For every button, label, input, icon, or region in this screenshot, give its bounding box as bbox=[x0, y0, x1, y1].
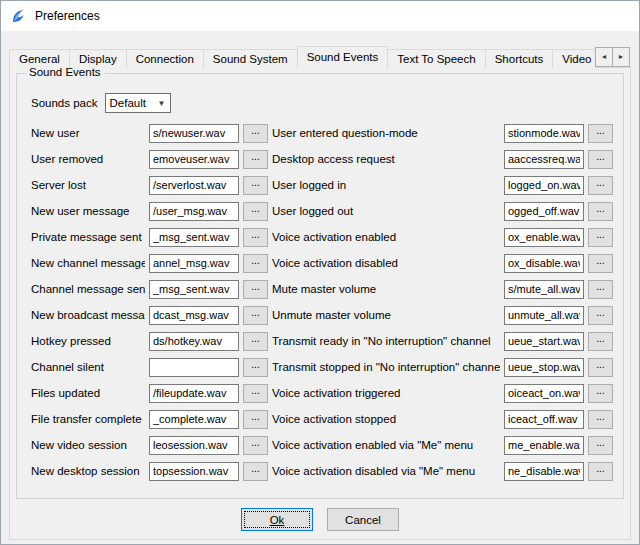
sound-file-input[interactable] bbox=[504, 150, 584, 169]
browse-button[interactable]: ... bbox=[243, 462, 268, 481]
event-label: Voice activation stopped bbox=[272, 413, 500, 425]
event-label: Unmute master volume bbox=[272, 309, 500, 321]
sound-file-input[interactable] bbox=[504, 384, 584, 403]
browse-button[interactable]: ... bbox=[588, 462, 613, 481]
sound-file-input[interactable] bbox=[149, 410, 239, 429]
sound-event-row: Private message sent ... Voice activatio… bbox=[31, 224, 617, 250]
event-label: Voice activation enabled bbox=[272, 231, 500, 243]
sound-file-input[interactable] bbox=[149, 254, 239, 273]
browse-button[interactable]: ... bbox=[243, 150, 268, 169]
sound-file-input[interactable] bbox=[504, 280, 584, 299]
event-label: Server lost bbox=[31, 179, 145, 191]
browse-button[interactable]: ... bbox=[243, 384, 268, 403]
browse-button[interactable]: ... bbox=[588, 436, 613, 455]
tab-scroll-left-button[interactable]: ◄ bbox=[595, 47, 613, 67]
tab-connection[interactable]: Connection bbox=[126, 49, 204, 68]
tab-sound-events[interactable]: Sound Events bbox=[297, 46, 389, 68]
browse-button[interactable]: ... bbox=[588, 228, 613, 247]
tab-shortcuts[interactable]: Shortcuts bbox=[485, 49, 554, 68]
sound-file-input[interactable] bbox=[149, 124, 239, 143]
event-label: User removed bbox=[31, 153, 145, 165]
sound-file-input[interactable] bbox=[504, 124, 584, 143]
browse-button[interactable]: ... bbox=[243, 280, 268, 299]
browse-button[interactable]: ... bbox=[243, 228, 268, 247]
event-label: New channel message bbox=[31, 257, 145, 269]
event-label: Transmit ready in "No interruption" chan… bbox=[272, 335, 500, 347]
browse-button[interactable]: ... bbox=[243, 254, 268, 273]
sound-event-row: File transfer complete ... Voice activat… bbox=[31, 406, 617, 432]
sound-file-input[interactable] bbox=[504, 358, 584, 377]
sound-event-row: New user message ... User logged out ... bbox=[31, 198, 617, 224]
sound-file-input[interactable] bbox=[504, 202, 584, 221]
ok-button[interactable]: Ok bbox=[241, 508, 313, 531]
browse-button[interactable]: ... bbox=[243, 202, 268, 221]
tab-display[interactable]: Display bbox=[69, 49, 127, 68]
cancel-button[interactable]: Cancel bbox=[327, 508, 399, 531]
browse-button[interactable]: ... bbox=[588, 410, 613, 429]
sound-file-input[interactable] bbox=[149, 306, 239, 325]
sound-file-input[interactable] bbox=[504, 254, 584, 273]
browse-button[interactable]: ... bbox=[243, 410, 268, 429]
browse-button[interactable]: ... bbox=[588, 332, 613, 351]
sound-event-row: New broadcast message ... Unmute master … bbox=[31, 302, 617, 328]
tab-sound-system[interactable]: Sound System bbox=[203, 49, 298, 68]
tab-general[interactable]: General bbox=[9, 49, 70, 68]
event-label: Files updated bbox=[31, 387, 145, 399]
browse-button[interactable]: ... bbox=[243, 124, 268, 143]
sound-event-row: Channel message sent ... Mute master vol… bbox=[31, 276, 617, 302]
browse-button[interactable]: ... bbox=[243, 306, 268, 325]
sounds-pack-label: Sounds pack bbox=[31, 97, 98, 109]
tab-text-to-speech[interactable]: Text To Speech bbox=[387, 49, 485, 68]
browse-button[interactable]: ... bbox=[588, 124, 613, 143]
sound-file-input[interactable] bbox=[149, 384, 239, 403]
browse-button[interactable]: ... bbox=[243, 436, 268, 455]
sound-file-input[interactable] bbox=[149, 436, 239, 455]
sounds-pack-select[interactable]: Default ▼ bbox=[105, 93, 171, 113]
sound-file-input[interactable] bbox=[149, 150, 239, 169]
browse-button[interactable]: ... bbox=[588, 254, 613, 273]
browse-button[interactable]: ... bbox=[588, 150, 613, 169]
sound-file-input[interactable] bbox=[504, 228, 584, 247]
sound-file-input[interactable] bbox=[504, 332, 584, 351]
browse-button[interactable]: ... bbox=[243, 332, 268, 351]
sounds-pack-value: Default bbox=[110, 97, 146, 109]
event-label: User entered question-mode bbox=[272, 127, 500, 139]
sound-event-row: Server lost ... User logged in ... bbox=[31, 172, 617, 198]
browse-button[interactable]: ... bbox=[588, 358, 613, 377]
sound-event-row: User removed ... Desktop access request … bbox=[31, 146, 617, 172]
sound-file-input[interactable] bbox=[504, 410, 584, 429]
sound-file-input[interactable] bbox=[149, 332, 239, 351]
browse-button[interactable]: ... bbox=[243, 358, 268, 377]
sound-file-input[interactable] bbox=[149, 280, 239, 299]
browse-button[interactable]: ... bbox=[588, 202, 613, 221]
tab-scroll-right-button[interactable]: ► bbox=[612, 47, 630, 67]
event-label: Mute master volume bbox=[272, 283, 500, 295]
event-label: Voice activation triggered bbox=[272, 387, 500, 399]
event-label: File transfer complete bbox=[31, 413, 145, 425]
event-label: New user bbox=[31, 127, 145, 139]
titlebar[interactable]: Preferences bbox=[1, 1, 639, 31]
sound-file-input[interactable] bbox=[504, 436, 584, 455]
sound-file-input[interactable] bbox=[149, 176, 239, 195]
browse-button[interactable]: ... bbox=[588, 384, 613, 403]
chevron-down-icon: ▼ bbox=[158, 99, 166, 108]
sound-file-input[interactable] bbox=[149, 228, 239, 247]
sound-events-list: New user ... User entered question-mode … bbox=[31, 120, 617, 484]
sound-file-input[interactable] bbox=[149, 202, 239, 221]
sound-file-input[interactable] bbox=[504, 176, 584, 195]
tab-bar: General Display Connection Sound System … bbox=[9, 46, 595, 68]
event-label: New user message bbox=[31, 205, 145, 217]
dialog-footer: Ok Cancel bbox=[10, 508, 630, 531]
sound-file-input[interactable] bbox=[149, 358, 239, 377]
browse-button[interactable]: ... bbox=[588, 280, 613, 299]
event-label: New desktop session bbox=[31, 465, 145, 477]
browse-button[interactable]: ... bbox=[243, 176, 268, 195]
event-label: Hotkey pressed bbox=[31, 335, 145, 347]
event-label: New broadcast message bbox=[31, 309, 145, 321]
browse-button[interactable]: ... bbox=[588, 176, 613, 195]
sound-file-input[interactable] bbox=[504, 462, 584, 481]
tab-video[interactable]: Video bbox=[552, 49, 595, 68]
sound-file-input[interactable] bbox=[504, 306, 584, 325]
sound-file-input[interactable] bbox=[149, 462, 239, 481]
browse-button[interactable]: ... bbox=[588, 306, 613, 325]
